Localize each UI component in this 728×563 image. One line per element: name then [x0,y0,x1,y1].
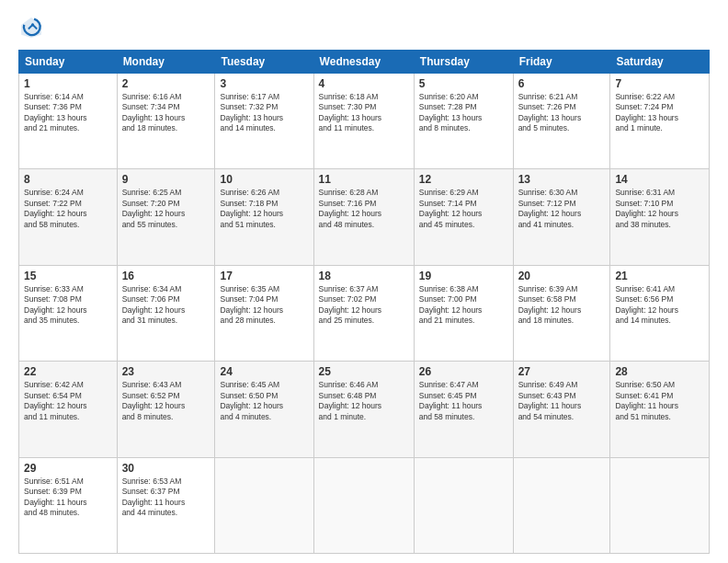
day-cell-2: 2Sunrise: 6:16 AMSunset: 7:34 PMDaylight… [117,74,215,169]
day-cell-4: 4Sunrise: 6:18 AMSunset: 7:30 PMDaylight… [313,74,414,169]
day-cell-29: 29Sunrise: 6:51 AMSunset: 6:39 PMDayligh… [19,457,118,553]
day-cell-23: 23Sunrise: 6:43 AMSunset: 6:52 PMDayligh… [117,362,215,457]
day-cell-10: 10Sunrise: 6:26 AMSunset: 7:18 PMDayligh… [215,169,313,265]
day-cell-7: 7Sunrise: 6:22 AMSunset: 7:24 PMDaylight… [610,74,710,169]
empty-cell [414,457,513,553]
col-header-tuesday: Tuesday [215,51,313,74]
svg-point-1 [31,23,34,26]
day-cell-21: 21Sunrise: 6:41 AMSunset: 6:56 PMDayligh… [610,265,710,361]
day-cell-1: 1Sunrise: 6:14 AMSunset: 7:36 PMDaylight… [19,74,118,169]
day-cell-8: 8Sunrise: 6:24 AMSunset: 7:22 PMDaylight… [19,169,118,265]
empty-cell [313,457,414,553]
day-cell-3: 3Sunrise: 6:17 AMSunset: 7:32 PMDaylight… [215,74,313,169]
empty-cell [610,457,710,553]
logo [18,15,48,40]
day-cell-13: 13Sunrise: 6:30 AMSunset: 7:12 PMDayligh… [513,169,610,265]
day-cell-30: 30Sunrise: 6:53 AMSunset: 6:37 PMDayligh… [117,457,215,553]
col-header-saturday: Saturday [610,51,710,74]
day-cell-16: 16Sunrise: 6:34 AMSunset: 7:06 PMDayligh… [117,265,215,361]
day-cell-22: 22Sunrise: 6:42 AMSunset: 6:54 PMDayligh… [19,362,118,457]
empty-cell [215,457,313,553]
day-cell-11: 11Sunrise: 6:28 AMSunset: 7:16 PMDayligh… [313,169,414,265]
day-cell-26: 26Sunrise: 6:47 AMSunset: 6:45 PMDayligh… [414,362,513,457]
day-cell-6: 6Sunrise: 6:21 AMSunset: 7:26 PMDaylight… [513,74,610,169]
week-row-5: 29Sunrise: 6:51 AMSunset: 6:39 PMDayligh… [19,457,710,553]
day-cell-5: 5Sunrise: 6:20 AMSunset: 7:28 PMDaylight… [414,74,513,169]
col-header-monday: Monday [117,51,215,74]
day-cell-24: 24Sunrise: 6:45 AMSunset: 6:50 PMDayligh… [215,362,313,457]
day-cell-12: 12Sunrise: 6:29 AMSunset: 7:14 PMDayligh… [414,169,513,265]
day-cell-17: 17Sunrise: 6:35 AMSunset: 7:04 PMDayligh… [215,265,313,361]
page: SundayMondayTuesdayWednesdayThursdayFrid… [0,0,728,563]
week-row-3: 15Sunrise: 6:33 AMSunset: 7:08 PMDayligh… [19,265,710,361]
day-cell-9: 9Sunrise: 6:25 AMSunset: 7:20 PMDaylight… [117,169,215,265]
header-row: SundayMondayTuesdayWednesdayThursdayFrid… [19,51,710,74]
empty-cell [513,457,610,553]
col-header-wednesday: Wednesday [313,51,414,74]
day-cell-19: 19Sunrise: 6:38 AMSunset: 7:00 PMDayligh… [414,265,513,361]
col-header-thursday: Thursday [414,51,513,74]
day-cell-27: 27Sunrise: 6:49 AMSunset: 6:43 PMDayligh… [513,362,610,457]
day-cell-14: 14Sunrise: 6:31 AMSunset: 7:10 PMDayligh… [610,169,710,265]
col-header-friday: Friday [513,51,610,74]
week-row-2: 8Sunrise: 6:24 AMSunset: 7:22 PMDaylight… [19,169,710,265]
day-cell-25: 25Sunrise: 6:46 AMSunset: 6:48 PMDayligh… [313,362,414,457]
logo-icon [18,15,44,40]
week-row-1: 1Sunrise: 6:14 AMSunset: 7:36 PMDaylight… [19,74,710,169]
day-cell-20: 20Sunrise: 6:39 AMSunset: 6:58 PMDayligh… [513,265,610,361]
calendar-table: SundayMondayTuesdayWednesdayThursdayFrid… [18,50,710,554]
day-cell-28: 28Sunrise: 6:50 AMSunset: 6:41 PMDayligh… [610,362,710,457]
day-cell-18: 18Sunrise: 6:37 AMSunset: 7:02 PMDayligh… [313,265,414,361]
day-cell-15: 15Sunrise: 6:33 AMSunset: 7:08 PMDayligh… [19,265,118,361]
week-row-4: 22Sunrise: 6:42 AMSunset: 6:54 PMDayligh… [19,362,710,457]
header [18,15,710,40]
col-header-sunday: Sunday [19,51,118,74]
